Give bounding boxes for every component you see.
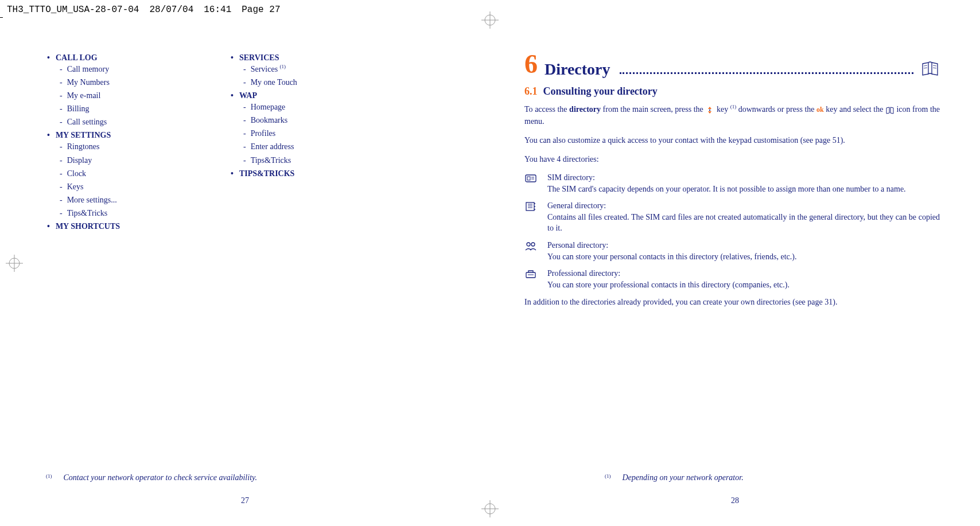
footnote-text: Depending on your network operator.	[623, 473, 744, 482]
book-icon	[920, 60, 940, 77]
directory-item: Personal directory:You can store your pe…	[524, 240, 940, 262]
menu-item: -Ringtones	[40, 140, 201, 153]
svg-marker-15	[708, 111, 711, 114]
footnote-ref: (1)	[605, 473, 611, 479]
menu-item: -Bookmarks	[224, 114, 384, 127]
menu-item: -Tips&Tricks	[40, 206, 201, 220]
menu-item: -More settings...	[40, 193, 201, 206]
page-27: •CALL LOG-Call memory-My Numbers-My e-ma…	[0, 20, 490, 523]
directory-type-icon	[524, 240, 537, 262]
menu-column-1: •CALL LOG-Call memory-My Numbers-My e-ma…	[40, 51, 201, 231]
menu-heading: •WAP	[224, 91, 384, 100]
directory-item: Professional directory:You can store you…	[524, 268, 940, 290]
menu-heading: •MY SHORTCUTS	[40, 222, 201, 231]
header-page: Page 27	[242, 5, 280, 15]
paragraph-2: You can also customize a quick access to…	[524, 134, 940, 146]
menu-item: -My Numbers	[40, 76, 201, 89]
menu-item: -Keys	[40, 180, 201, 193]
section-header: 6.1 Consulting your directory	[524, 85, 940, 98]
menu-item: -Display	[40, 154, 201, 167]
svg-point-27	[527, 243, 530, 246]
footnote-left: (1) Contact your network operator to che…	[46, 473, 257, 482]
directory-type-icon	[524, 172, 537, 194]
menu-item: -Profiles	[224, 127, 384, 140]
paragraph-3: You have 4 directories:	[524, 153, 940, 165]
svg-rect-17	[527, 177, 530, 180]
paragraph-4: In addition to the directories already p…	[524, 296, 940, 308]
page-number: 28	[731, 496, 739, 505]
header-filename: TH3_TTTO_UM_USA-28-07-04	[7, 5, 139, 15]
section-title: Consulting your directory	[543, 85, 658, 98]
menu-heading: •MY SETTINGS	[40, 131, 201, 140]
menu-item: -Clock	[40, 167, 201, 180]
page-28: 6 Directory 6.1 Consulting your director…	[490, 20, 980, 523]
menu-item: -Call memory	[40, 63, 201, 76]
directory-type-icon	[524, 200, 537, 234]
chapter-leader-dots	[620, 72, 913, 74]
chapter-header: 6 Directory	[524, 51, 940, 77]
directory-item: General directory:Contains all files cre…	[524, 200, 940, 234]
directory-type-icon	[524, 268, 537, 290]
menu-item: -Homepage	[224, 100, 384, 114]
footnote-text: Contact your network operator to check s…	[64, 473, 257, 482]
ok-key-icon: ok	[816, 106, 824, 114]
menu-item: -Billing	[40, 102, 201, 115]
header-time: 16:41	[204, 5, 231, 15]
svg-marker-13	[708, 107, 711, 109]
svg-rect-20	[526, 202, 534, 211]
svg-line-11	[933, 65, 936, 66]
menu-item: -My e-mail	[40, 89, 201, 102]
section-number: 6.1	[524, 85, 538, 98]
trim-line	[0, 17, 3, 18]
menu-item: -Enter address	[224, 140, 384, 153]
menu-item: -My one Touch	[224, 76, 384, 89]
chapter-title: Directory	[545, 61, 610, 77]
directory-list: SIM directory:The SIM card's capacity de…	[524, 172, 940, 296]
footnote-right: (1) Depending on your network operator.	[605, 473, 744, 482]
page-number: 27	[241, 496, 249, 505]
menu-column-2: •SERVICES-Services (1)-My one Touch•WAP-…	[224, 51, 384, 231]
paragraph-1: To access the directory from the main sc…	[524, 103, 940, 127]
svg-point-28	[531, 243, 535, 246]
directory-item: SIM directory:The SIM card's capacity de…	[524, 172, 940, 194]
menu-heading: •CALL LOG	[40, 53, 201, 63]
menu-item: -Services (1)	[224, 63, 384, 76]
svg-point-14	[709, 110, 710, 111]
footnote-ref: (1)	[46, 473, 52, 479]
menu-item: -Call settings	[40, 115, 201, 128]
chapter-number: 6	[524, 51, 538, 77]
header-date: 28/07/04	[149, 5, 193, 15]
directory-menu-icon	[885, 106, 895, 114]
nav-key-icon	[705, 106, 714, 114]
svg-line-10	[924, 68, 927, 68]
svg-line-9	[924, 65, 927, 66]
svg-line-12	[933, 68, 936, 68]
menu-heading: •SERVICES	[224, 53, 384, 63]
menu-heading: •TIPS&TRICKS	[224, 169, 384, 178]
page-spread: •CALL LOG-Call memory-My Numbers-My e-ma…	[0, 20, 980, 523]
menu-item: -Tips&Tricks	[224, 154, 384, 167]
